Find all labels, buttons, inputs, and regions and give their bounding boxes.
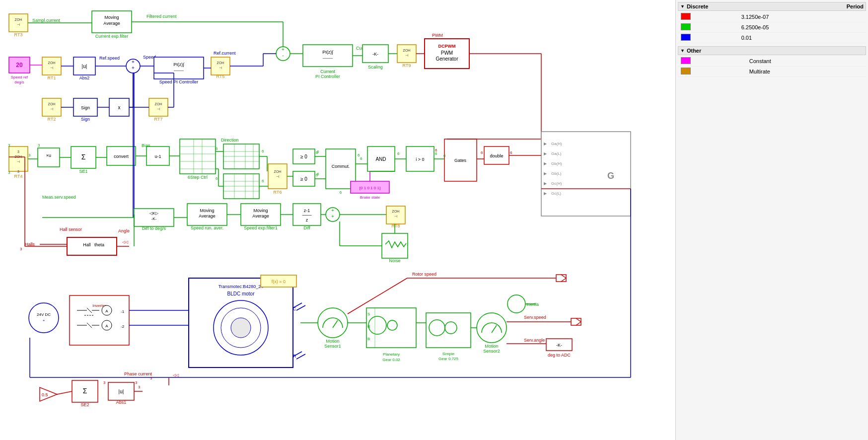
and-block: AND	[367, 147, 395, 171]
svg-text:u-1: u-1	[154, 154, 161, 159]
color-magenta	[681, 57, 691, 64]
collapse-arrow-other[interactable]: ▼	[680, 48, 685, 53]
svg-text:deg to ADC: deg to ADC	[548, 353, 571, 358]
svg-text:ZOH: ZOH	[155, 102, 162, 106]
svg-text:Motion: Motion	[485, 344, 498, 349]
speed-fb-sum: + +	[326, 208, 340, 221]
svg-text:Gc(L): Gc(L)	[551, 191, 561, 196]
svg-text:Hall sensor: Hall sensor	[60, 227, 82, 232]
svg-text:Speed run. aver.: Speed run. aver.	[191, 225, 223, 230]
svg-text:ZOH: ZOH	[392, 210, 400, 213]
other-row-2: Multirate	[678, 67, 866, 77]
svg-text:◁◁: ◁◁	[122, 240, 129, 244]
svg-text:▶: ▶	[544, 142, 547, 146]
discrete-table: 3.1250e-07 6.2500e-05 0.01	[678, 12, 866, 43]
svg-text:x: x	[118, 105, 121, 110]
svg-text:Ga(L): Ga(L)	[551, 151, 562, 156]
period-green: 6.2500e-05	[738, 22, 866, 33]
dcpwm-block: DCPWM PWM Generator	[425, 39, 469, 69]
moving-avg-speed2-block: Moving Average Speed exp.filter1	[241, 204, 281, 230]
svg-text:-K-: -K-	[372, 52, 378, 57]
svg-point-277	[231, 318, 251, 338]
svg-text:+: +	[331, 214, 334, 219]
igt0-block: i > 0	[406, 147, 434, 171]
discrete-label: Discrete	[687, 3, 708, 9]
svg-text:3: 3	[8, 170, 10, 175]
svg-text:6Step Ctrl: 6Step Ctrl	[188, 175, 208, 180]
sidebar-panel: ▼ Discrete Period 3.1250e-07 6.2500e-05 …	[675, 0, 868, 440]
svg-text:BLDC motor: BLDC motor	[227, 291, 255, 296]
svg-text:3: 3	[138, 385, 141, 389]
svg-text:6: 6	[358, 153, 360, 157]
svg-text:Motion: Motion	[326, 339, 339, 344]
svg-text:▶: ▶	[544, 181, 547, 186]
svg-text:◁K▷: ◁K▷	[149, 211, 158, 216]
svg-text:Moving: Moving	[253, 208, 268, 213]
color-blue	[681, 34, 691, 41]
svg-text:Gear 0.725: Gear 0.725	[438, 357, 459, 361]
svg-text:⊣: ⊣	[276, 175, 279, 178]
svg-text:z: z	[306, 218, 308, 222]
svg-text:Speed ref: Speed ref	[11, 75, 28, 79]
svg-text:Scaling: Scaling	[368, 65, 383, 70]
svg-text:+: +	[43, 318, 45, 323]
svg-text:▶: ▶	[544, 171, 547, 176]
svg-text:Noise: Noise	[389, 258, 400, 263]
svg-text:Current exp.filter: Current exp.filter	[95, 34, 129, 39]
svg-text:deg/s: deg/s	[14, 80, 24, 84]
svg-rect-257	[70, 295, 129, 345]
svg-text:RT2: RT2	[48, 117, 56, 122]
simulink-diagram: ZOH ⊣ RT3 Sampl.current Moving Average C…	[0, 0, 675, 440]
svg-text:Current: Current	[320, 69, 336, 74]
svg-text:3: 3	[135, 380, 138, 385]
svg-text:Sign: Sign	[81, 117, 90, 122]
svg-text:◁◁: ◁◁	[173, 373, 179, 377]
svg-text:+: +	[132, 65, 135, 71]
other-section-header[interactable]: ▼ Other	[678, 46, 866, 55]
svg-point-309	[477, 313, 506, 343]
svg-text:R: R	[367, 324, 370, 329]
svg-text:RT5: RT5	[217, 74, 225, 79]
u1-block: u-1	[146, 147, 169, 165]
svg-text:convert: convert	[114, 154, 129, 159]
svg-text:ZOH: ZOH	[15, 18, 22, 21]
svg-text:6: 6	[481, 150, 483, 155]
svg-text:Serv.angle: Serv.angle	[524, 338, 545, 343]
collapse-arrow-discrete[interactable]: ▼	[680, 4, 685, 9]
svg-text:Simple: Simple	[442, 352, 455, 356]
svg-text:6: 6	[360, 156, 362, 161]
svg-text:theta: theta	[94, 242, 104, 247]
svg-text:Rotor speed: Rotor speed	[412, 272, 436, 277]
other-row-1: Constant	[678, 56, 866, 67]
color-red	[681, 13, 691, 20]
svg-text:Brake state: Brake state	[360, 195, 380, 200]
svg-text:6: 6	[435, 148, 437, 152]
sampl-current-label: Sampl.current	[32, 18, 61, 23]
svg-text:3: 3	[8, 143, 10, 147]
svg-text:⊣: ⊣	[219, 66, 222, 70]
svg-text:Σ: Σ	[81, 153, 86, 161]
svg-text:DCPWM: DCPWM	[438, 44, 456, 49]
svg-text:|u|: |u|	[119, 389, 124, 394]
other-label-constant: Constant	[746, 56, 866, 67]
period-label: Period	[847, 3, 864, 9]
svg-text:Average: Average	[252, 214, 269, 219]
svg-text:Phase current: Phase current	[124, 371, 152, 376]
svg-text:-2: -2	[121, 324, 125, 329]
svg-text:RT7: RT7	[154, 117, 163, 122]
svg-rect-31	[154, 57, 204, 79]
svg-text:6: 6	[443, 153, 446, 158]
svg-text:PI(z)∫: PI(z)∫	[322, 50, 334, 55]
svg-text:Bias: Bias	[142, 143, 150, 148]
svg-text:Diff to deg/s: Diff to deg/s	[142, 226, 166, 231]
svg-text:f(x) = 0: f(x) = 0	[272, 279, 286, 284]
svg-text:-K-: -K-	[556, 343, 562, 348]
svg-text:⊣: ⊣	[405, 54, 408, 57]
svg-text:RT4: RT4	[14, 174, 23, 179]
svg-text:G: G	[607, 171, 614, 181]
svg-text:B: B	[367, 337, 370, 341]
svg-text:≥ 0: ≥ 0	[300, 176, 307, 182]
discrete-section-header[interactable]: ▼ Discrete Period	[678, 2, 866, 11]
svg-text:Hall: Hall	[83, 242, 91, 247]
other-label: Other	[687, 48, 701, 54]
